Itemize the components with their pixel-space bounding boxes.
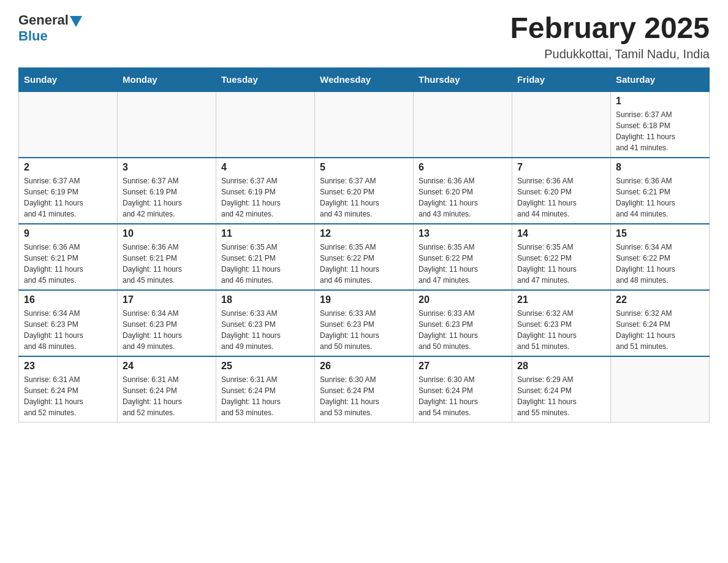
calendar-day-cell [118,91,216,158]
weekday-header-wednesday: Wednesday [315,67,414,91]
calendar-day-cell: 14Sunrise: 6:35 AMSunset: 6:22 PMDayligh… [512,224,611,290]
calendar-header-row: SundayMondayTuesdayWednesdayThursdayFrid… [19,67,710,91]
calendar-day-cell [315,91,414,158]
day-info: Sunrise: 6:29 AMSunset: 6:24 PMDaylight:… [517,374,605,418]
day-info: Sunrise: 6:30 AMSunset: 6:24 PMDaylight:… [320,374,408,418]
logo-arrow-icon [70,16,82,27]
day-number: 26 [320,361,408,372]
day-number: 14 [517,228,605,239]
calendar-day-cell: 16Sunrise: 6:34 AMSunset: 6:23 PMDayligh… [19,290,118,356]
day-info: Sunrise: 6:32 AMSunset: 6:24 PMDaylight:… [616,308,704,352]
calendar-day-cell: 10Sunrise: 6:36 AMSunset: 6:21 PMDayligh… [118,224,216,290]
day-number: 27 [419,361,507,372]
calendar-day-cell: 13Sunrise: 6:35 AMSunset: 6:22 PMDayligh… [414,224,512,290]
calendar-day-cell: 23Sunrise: 6:31 AMSunset: 6:24 PMDayligh… [19,356,118,423]
day-number: 23 [24,361,112,372]
day-info: Sunrise: 6:35 AMSunset: 6:22 PMDaylight:… [320,242,408,286]
weekday-header-thursday: Thursday [414,67,512,91]
calendar-day-cell: 7Sunrise: 6:36 AMSunset: 6:20 PMDaylight… [512,158,611,224]
day-info: Sunrise: 6:37 AMSunset: 6:18 PMDaylight:… [616,109,704,153]
day-info: Sunrise: 6:32 AMSunset: 6:23 PMDaylight:… [517,308,605,352]
calendar-day-cell: 15Sunrise: 6:34 AMSunset: 6:22 PMDayligh… [611,224,710,290]
calendar-day-cell: 3Sunrise: 6:37 AMSunset: 6:19 PMDaylight… [118,158,216,224]
day-number: 6 [419,162,507,173]
day-number: 24 [123,361,211,372]
calendar-day-cell: 18Sunrise: 6:33 AMSunset: 6:23 PMDayligh… [216,290,315,356]
calendar-day-cell: 25Sunrise: 6:31 AMSunset: 6:24 PMDayligh… [216,356,315,423]
calendar-day-cell: 12Sunrise: 6:35 AMSunset: 6:22 PMDayligh… [315,224,414,290]
day-number: 7 [517,162,605,173]
calendar-day-cell: 28Sunrise: 6:29 AMSunset: 6:24 PMDayligh… [512,356,611,423]
logo-blue-text: Blue [18,28,48,44]
day-number: 19 [320,294,408,305]
month-title: February 2025 [510,12,710,45]
day-number: 15 [616,228,704,239]
day-number: 18 [221,294,309,305]
calendar-day-cell [19,91,118,158]
calendar-day-cell: 26Sunrise: 6:30 AMSunset: 6:24 PMDayligh… [315,356,414,423]
calendar-day-cell [414,91,512,158]
calendar-day-cell: 9Sunrise: 6:36 AMSunset: 6:21 PMDaylight… [19,224,118,290]
calendar-table: SundayMondayTuesdayWednesdayThursdayFrid… [18,67,710,423]
calendar-day-cell: 4Sunrise: 6:37 AMSunset: 6:19 PMDaylight… [216,158,315,224]
day-info: Sunrise: 6:30 AMSunset: 6:24 PMDaylight:… [419,374,507,418]
day-number: 2 [24,162,112,173]
day-info: Sunrise: 6:36 AMSunset: 6:21 PMDaylight:… [24,242,112,286]
calendar-day-cell: 19Sunrise: 6:33 AMSunset: 6:23 PMDayligh… [315,290,414,356]
weekday-header-saturday: Saturday [611,67,710,91]
weekday-header-tuesday: Tuesday [216,67,315,91]
calendar-week-row: 2Sunrise: 6:37 AMSunset: 6:19 PMDaylight… [19,158,710,224]
day-info: Sunrise: 6:34 AMSunset: 6:23 PMDaylight:… [123,308,211,352]
day-number: 1 [616,96,704,107]
day-number: 11 [221,228,309,239]
day-info: Sunrise: 6:34 AMSunset: 6:22 PMDaylight:… [616,242,704,286]
day-info: Sunrise: 6:31 AMSunset: 6:24 PMDaylight:… [221,374,309,418]
calendar-day-cell: 27Sunrise: 6:30 AMSunset: 6:24 PMDayligh… [414,356,512,423]
calendar-week-row: 23Sunrise: 6:31 AMSunset: 6:24 PMDayligh… [19,356,710,423]
title-section: February 2025 Pudukkottai, Tamil Nadu, I… [510,12,710,61]
logo-general-text: General [18,12,69,28]
day-info: Sunrise: 6:36 AMSunset: 6:20 PMDaylight:… [419,175,507,220]
day-info: Sunrise: 6:31 AMSunset: 6:24 PMDaylight:… [123,374,211,418]
day-info: Sunrise: 6:37 AMSunset: 6:20 PMDaylight:… [320,175,408,220]
day-number: 20 [419,294,507,305]
calendar-day-cell [512,91,611,158]
calendar-week-row: 16Sunrise: 6:34 AMSunset: 6:23 PMDayligh… [19,290,710,356]
page-header: General Blue February 2025 Pudukkottai, … [18,12,710,61]
day-number: 28 [517,361,605,372]
calendar-week-row: 1Sunrise: 6:37 AMSunset: 6:18 PMDaylight… [19,91,710,158]
day-info: Sunrise: 6:31 AMSunset: 6:24 PMDaylight:… [24,374,112,418]
day-number: 17 [123,294,211,305]
weekday-header-monday: Monday [118,67,216,91]
day-number: 3 [123,162,211,173]
day-number: 12 [320,228,408,239]
day-info: Sunrise: 6:35 AMSunset: 6:21 PMDaylight:… [221,242,309,286]
day-info: Sunrise: 6:33 AMSunset: 6:23 PMDaylight:… [419,308,507,352]
weekday-header-friday: Friday [512,67,611,91]
logo: General Blue [18,12,82,44]
calendar-day-cell: 24Sunrise: 6:31 AMSunset: 6:24 PMDayligh… [118,356,216,423]
day-info: Sunrise: 6:37 AMSunset: 6:19 PMDaylight:… [221,175,309,220]
calendar-day-cell: 21Sunrise: 6:32 AMSunset: 6:23 PMDayligh… [512,290,611,356]
day-number: 8 [616,162,704,173]
day-info: Sunrise: 6:35 AMSunset: 6:22 PMDaylight:… [517,242,605,286]
day-info: Sunrise: 6:36 AMSunset: 6:21 PMDaylight:… [616,175,704,220]
day-number: 13 [419,228,507,239]
day-number: 4 [221,162,309,173]
calendar-day-cell: 11Sunrise: 6:35 AMSunset: 6:21 PMDayligh… [216,224,315,290]
day-number: 25 [221,361,309,372]
day-info: Sunrise: 6:37 AMSunset: 6:19 PMDaylight:… [123,175,211,220]
calendar-day-cell: 2Sunrise: 6:37 AMSunset: 6:19 PMDaylight… [19,158,118,224]
calendar-day-cell: 22Sunrise: 6:32 AMSunset: 6:24 PMDayligh… [611,290,710,356]
day-number: 10 [123,228,211,239]
day-number: 5 [320,162,408,173]
location: Pudukkottai, Tamil Nadu, India [510,47,710,61]
day-number: 21 [517,294,605,305]
day-info: Sunrise: 6:36 AMSunset: 6:21 PMDaylight:… [123,242,211,286]
calendar-day-cell [611,356,710,423]
weekday-header-sunday: Sunday [19,67,118,91]
day-info: Sunrise: 6:36 AMSunset: 6:20 PMDaylight:… [517,175,605,220]
day-info: Sunrise: 6:35 AMSunset: 6:22 PMDaylight:… [419,242,507,286]
calendar-day-cell: 17Sunrise: 6:34 AMSunset: 6:23 PMDayligh… [118,290,216,356]
day-info: Sunrise: 6:37 AMSunset: 6:19 PMDaylight:… [24,175,112,220]
